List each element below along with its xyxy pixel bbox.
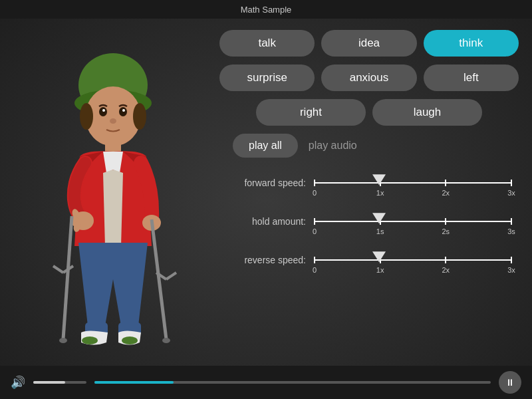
svg-line-27 (166, 273, 176, 279)
title-bar: Math Sample (0, 0, 532, 19)
play-all-button[interactable]: play all (233, 134, 298, 158)
svg-point-4 (80, 103, 93, 130)
svg-point-10 (110, 118, 116, 124)
word-button-right[interactable]: right (256, 99, 366, 126)
app-title: Math Sample (241, 5, 292, 15)
svg-point-24 (59, 338, 67, 343)
character-area (13, 19, 213, 366)
svg-point-28 (162, 338, 170, 343)
play-pause-button[interactable]: ⏸ (499, 371, 521, 394)
svg-point-6 (99, 107, 107, 116)
svg-point-7 (119, 107, 127, 116)
word-button-talk[interactable]: talk (219, 30, 315, 57)
word-button-grid-2: surpriseanxiousleft (219, 65, 519, 91)
word-button-left[interactable]: left (424, 65, 519, 91)
sliders-section: forward speed:01x2x3xhold amount:01s2s3s… (219, 170, 519, 273)
svg-point-8 (102, 109, 105, 112)
slider-label-forward-speed: forward speed: (226, 178, 306, 188)
svg-point-5 (133, 103, 146, 130)
volume-fill (33, 381, 65, 384)
character-illustration (27, 40, 200, 366)
volume-icon[interactable]: 🔊 (11, 375, 25, 390)
slider-row-forward-speed: forward speed:01x2x3x (226, 170, 512, 196)
slider-row-reverse-speed: reverse speed:01x2x3x (226, 247, 512, 273)
progress-fill (94, 381, 174, 384)
svg-line-21 (63, 216, 72, 339)
word-button-row-3: rightlaugh (219, 99, 519, 126)
svg-point-9 (122, 109, 125, 112)
slider-label-reverse-speed: reverse speed: (226, 255, 306, 265)
slider-row-hold-amount: hold amount:01s2s3s (226, 208, 512, 235)
word-button-laugh[interactable]: laugh (372, 99, 482, 126)
play-audio-label: play audio (309, 140, 357, 152)
slider-label-hold-amount: hold amount: (226, 216, 306, 227)
slider-container-hold-amount: 01s2s3s (314, 208, 512, 235)
slider-container-forward-speed: 01x2x3x (314, 170, 512, 196)
volume-bar[interactable] (33, 381, 86, 384)
word-button-idea[interactable]: idea (321, 30, 416, 57)
slider-container-reverse-speed: 01x2x3x (314, 247, 512, 273)
word-button-think[interactable]: think (424, 30, 519, 57)
svg-point-3 (85, 86, 141, 146)
word-button-grid: talkideathink (219, 30, 519, 57)
controls-area: talkideathink surpriseanxiousleft rightl… (219, 30, 519, 362)
svg-point-20 (122, 336, 138, 344)
progress-bar[interactable] (94, 381, 491, 384)
svg-line-22 (53, 266, 63, 273)
play-controls: play all play audio (219, 134, 519, 158)
svg-point-18 (82, 336, 98, 344)
bottom-bar: 🔊 ⏸ (0, 366, 532, 399)
word-button-surprise[interactable]: surprise (219, 65, 315, 91)
word-button-anxious[interactable]: anxious (321, 65, 416, 91)
